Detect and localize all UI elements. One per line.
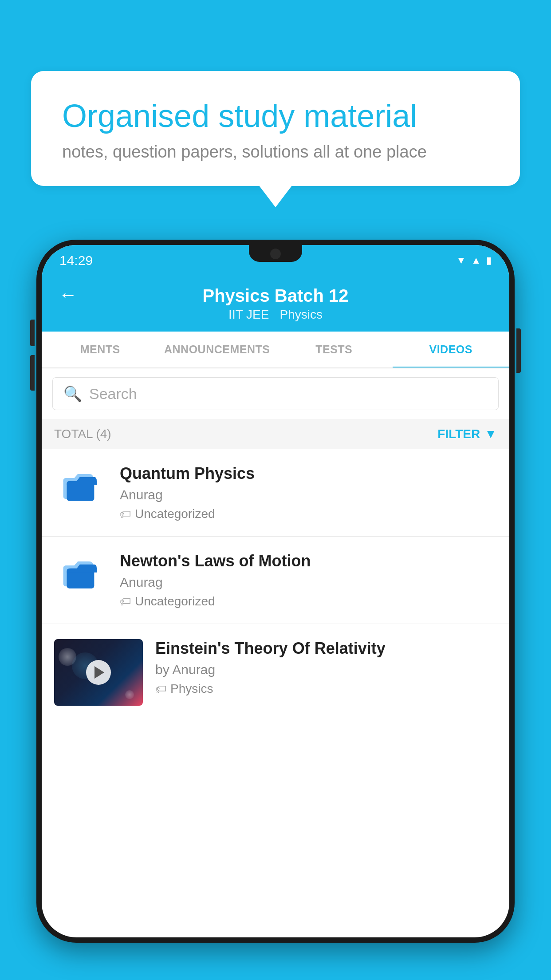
status-icons: ▼ ▲ ▮	[456, 255, 492, 266]
subtitle-iitjee: IIT JEE	[228, 308, 269, 322]
phone-screen: 14:29 ▼ ▲ ▮ ← Physics Batch 12 IIT JEE P…	[42, 245, 509, 937]
battery-icon: ▮	[486, 255, 492, 266]
filter-row: TOTAL (4) FILTER ▼	[42, 419, 509, 449]
folder-icon-quantum	[54, 464, 107, 509]
filter-icon: ▼	[484, 427, 497, 441]
speech-bubble: Organised study material notes, question…	[31, 71, 520, 186]
speech-bubble-section: Organised study material notes, question…	[31, 71, 520, 186]
vol-up-button	[30, 320, 35, 346]
tab-ments[interactable]: MENTS	[42, 332, 159, 368]
front-camera	[270, 249, 281, 259]
subtitle-physics: Physics	[279, 308, 322, 322]
video-author: Anurag	[120, 575, 497, 590]
total-count: TOTAL (4)	[54, 427, 111, 441]
tab-tests[interactable]: TESTS	[276, 332, 393, 368]
filter-button[interactable]: FILTER ▼	[437, 427, 497, 441]
tag-icon: 🏷	[155, 682, 167, 696]
back-arrow-icon: ←	[59, 284, 77, 305]
tag-icon: 🏷	[120, 507, 131, 521]
search-bar-wrapper: 🔍 Search	[42, 368, 509, 419]
tag-label: Physics	[170, 682, 213, 696]
video-info-einstein: Einstein's Theory Of Relativity by Anura…	[155, 639, 497, 696]
tag-label: Uncategorized	[135, 507, 215, 521]
video-tag: 🏷 Uncategorized	[120, 594, 497, 609]
video-tag: 🏷 Physics	[155, 682, 497, 696]
tab-videos[interactable]: VIDEOS	[393, 332, 510, 368]
video-tag: 🏷 Uncategorized	[120, 507, 497, 521]
signal-icon: ▲	[471, 255, 481, 266]
speech-bubble-subtitle: notes, question papers, solutions all at…	[62, 142, 489, 162]
vol-down-button	[30, 355, 35, 391]
tab-announcements[interactable]: ANNOUNCEMENTS	[159, 332, 276, 368]
video-list: Quantum Physics Anurag 🏷 Uncategorized	[42, 449, 509, 721]
video-author: Anurag	[120, 487, 497, 502]
app-bar-title: Physics Batch 12	[202, 286, 348, 306]
folder-icon-newton	[54, 552, 107, 596]
power-button	[516, 328, 521, 373]
list-item[interactable]: Newton's Laws of Motion Anurag 🏷 Uncateg…	[42, 537, 509, 624]
wifi-icon: ▼	[456, 255, 466, 266]
tag-icon: 🏷	[120, 595, 131, 609]
speech-bubble-title: Organised study material	[62, 98, 489, 134]
play-triangle-icon	[94, 666, 104, 679]
video-thumbnail-einstein	[54, 639, 143, 706]
search-bar[interactable]: 🔍 Search	[52, 377, 499, 410]
status-time: 14:29	[59, 253, 93, 268]
app-bar: ← Physics Batch 12 IIT JEE Physics	[42, 276, 509, 332]
list-item[interactable]: Quantum Physics Anurag 🏷 Uncategorized	[42, 449, 509, 537]
tab-bar: MENTS ANNOUNCEMENTS TESTS VIDEOS	[42, 332, 509, 368]
search-icon: 🔍	[63, 385, 82, 403]
filter-label: FILTER	[437, 427, 480, 441]
list-item[interactable]: Einstein's Theory Of Relativity by Anura…	[42, 624, 509, 721]
video-info-newton: Newton's Laws of Motion Anurag 🏷 Uncateg…	[120, 552, 497, 609]
video-info-quantum: Quantum Physics Anurag 🏷 Uncategorized	[120, 464, 497, 521]
video-title: Newton's Laws of Motion	[120, 552, 497, 570]
back-button[interactable]: ←	[59, 284, 77, 305]
play-button[interactable]	[86, 660, 111, 685]
video-author: by Anurag	[155, 662, 497, 677]
app-bar-subtitle: IIT JEE Physics	[228, 308, 323, 322]
search-input[interactable]: Search	[89, 385, 137, 403]
tag-label: Uncategorized	[135, 594, 215, 609]
phone-outer: 14:29 ▼ ▲ ▮ ← Physics Batch 12 IIT JEE P…	[36, 240, 515, 943]
video-title: Einstein's Theory Of Relativity	[155, 639, 497, 658]
video-title: Quantum Physics	[120, 464, 497, 483]
phone-wrapper: 14:29 ▼ ▲ ▮ ← Physics Batch 12 IIT JEE P…	[36, 240, 515, 980]
